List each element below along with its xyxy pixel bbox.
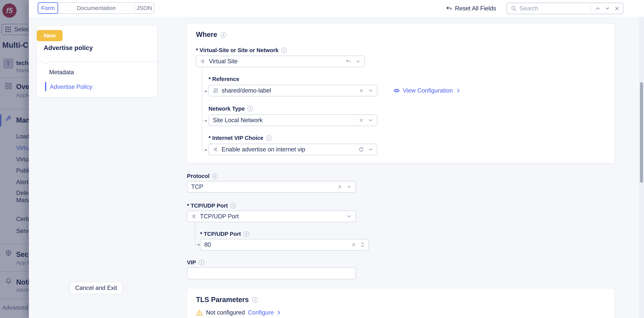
tree-connector: [202, 67, 202, 150]
where-section: Where i * Virtual-Site or Site or Networ…: [187, 23, 614, 163]
reference-doc-icon: [213, 88, 218, 93]
reference-dropdown[interactable]: shared/demo-label: [208, 85, 377, 96]
clear-icon[interactable]: [337, 184, 342, 189]
port-number-field: [200, 239, 369, 251]
stepper-up-icon[interactable]: [360, 242, 365, 245]
tls-title: TLS Parameters: [196, 296, 249, 304]
port-label: * TCP/UDP Port i: [200, 231, 249, 237]
nav-active-bar: [45, 82, 46, 91]
chevron-down-icon[interactable]: [368, 147, 373, 152]
panel-divider: [37, 62, 157, 62]
nav-item-metadata[interactable]: Metadata: [49, 69, 74, 76]
vip-field: [187, 267, 356, 279]
port-choice-label: * TCP/UDP Port i: [187, 203, 236, 209]
warning-icon: [196, 309, 203, 316]
where-title: Where: [196, 30, 217, 39]
chevron-down-icon[interactable]: [346, 184, 352, 189]
search-box: [507, 3, 624, 14]
refresh-icon[interactable]: [358, 147, 364, 152]
tab-documentation[interactable]: Documentation: [58, 3, 134, 13]
panel-divider-notch: [44, 59, 49, 64]
tree-connector-dot: [205, 120, 207, 122]
info-icon[interactable]: i: [221, 32, 226, 37]
stepper-down-icon[interactable]: [360, 245, 365, 248]
form-nav-panel: New Advertise policy Metadata Advertise …: [36, 25, 157, 97]
where-heading: Where i: [196, 30, 226, 39]
chevron-right-icon: [456, 88, 461, 93]
port-choice-dropdown[interactable]: TCP/UDP Port: [187, 211, 356, 222]
protocol-dropdown[interactable]: TCP: [187, 181, 356, 193]
view-mode-tabs: Form Documentation JSON: [38, 2, 154, 14]
reset-all-fields-label: Reset All Fields: [455, 5, 496, 12]
tree-connector-dot: [205, 149, 207, 151]
tab-form[interactable]: Form: [38, 2, 58, 14]
undo-icon: [446, 5, 452, 12]
tls-parameters-section: TLS Parameters i Not configured Configur…: [187, 288, 614, 318]
clear-icon[interactable]: [359, 118, 364, 123]
info-icon[interactable]: i: [199, 260, 204, 265]
vip-label: VIP i: [187, 259, 204, 266]
vip-input[interactable]: [191, 270, 352, 277]
port-choice-value: TCP/UDP Port: [200, 213, 344, 220]
chevron-down-icon[interactable]: [368, 88, 373, 93]
tree-connector-dot: [198, 244, 200, 246]
number-stepper: [360, 242, 365, 248]
new-badge: New: [37, 30, 62, 41]
info-icon[interactable]: i: [230, 203, 236, 209]
tree-connector: [195, 223, 196, 245]
internet-vip-value: Enable advertise on internet vip: [222, 146, 356, 153]
network-type-dropdown[interactable]: Site Local Network: [208, 114, 377, 126]
modal-overlay: [0, 0, 29, 318]
clear-icon[interactable]: [351, 242, 356, 247]
search-prev-icon[interactable]: [595, 5, 601, 11]
nav-item-advertise-policy[interactable]: Advertise Policy: [50, 83, 92, 90]
oneof-branch-icon: [200, 58, 206, 64]
clear-icon[interactable]: [359, 88, 364, 93]
reference-label: * Reference: [208, 76, 239, 82]
tls-status-row: Not configured Configure: [196, 309, 282, 316]
internet-vip-choice-label: * Internet VIP Choice i: [208, 135, 272, 141]
info-icon[interactable]: i: [266, 135, 272, 141]
tls-heading: TLS Parameters i: [196, 296, 258, 304]
virtual-site-dropdown[interactable]: Virtual Site: [196, 56, 365, 67]
info-icon[interactable]: i: [244, 231, 249, 237]
search-icon: [510, 5, 517, 11]
reset-all-fields-button[interactable]: Reset All Fields: [446, 0, 496, 17]
protocol-value: TCP: [191, 183, 334, 190]
view-configuration-label: View Configuration: [403, 87, 453, 94]
oneof-branch-icon: [213, 147, 218, 152]
advertise-policy-drawer: Form Documentation JSON Reset All Fields: [29, 0, 644, 318]
view-configuration-link[interactable]: View Configuration: [393, 85, 461, 96]
tree-connector-dot: [205, 90, 207, 92]
search-close-icon[interactable]: [614, 6, 620, 11]
chevron-down-icon[interactable]: [346, 214, 352, 219]
form-title: Advertise policy: [44, 44, 93, 51]
port-number-input[interactable]: [204, 241, 348, 248]
tls-status-text: Not configured: [206, 309, 245, 316]
info-icon[interactable]: i: [252, 297, 258, 303]
chevron-down-icon[interactable]: [368, 118, 373, 123]
info-icon[interactable]: i: [212, 173, 218, 179]
info-icon[interactable]: i: [281, 47, 287, 53]
search-input[interactable]: [520, 5, 588, 12]
tab-json[interactable]: JSON: [134, 3, 154, 13]
search-next-icon[interactable]: [604, 5, 610, 11]
internet-vip-dropdown[interactable]: Enable advertise on internet vip: [208, 144, 377, 155]
chevron-down-icon[interactable]: [356, 59, 360, 64]
scrollbar-track[interactable]: [639, 17, 644, 318]
protocol-label: Protocol i: [187, 173, 218, 179]
scrollbar-thumb[interactable]: [640, 82, 643, 183]
cancel-and-exit-button[interactable]: Cancel and Exit: [70, 282, 122, 294]
chevron-right-icon: [276, 310, 282, 315]
info-icon[interactable]: i: [248, 106, 253, 112]
reset-field-icon[interactable]: [346, 58, 351, 64]
tls-configure-link[interactable]: Configure: [248, 309, 282, 316]
network-type-value: Site Local Network: [213, 117, 356, 124]
virtual-site-value: Virtual Site: [209, 58, 342, 65]
drawer-topbar: Form Documentation JSON Reset All Fields: [29, 0, 644, 17]
oneof-branch-icon: [191, 214, 197, 219]
search-separator: [591, 5, 591, 11]
reference-value: shared/demo-label: [222, 87, 356, 94]
eye-icon: [393, 87, 400, 94]
network-type-label: Network Type i: [208, 106, 253, 112]
